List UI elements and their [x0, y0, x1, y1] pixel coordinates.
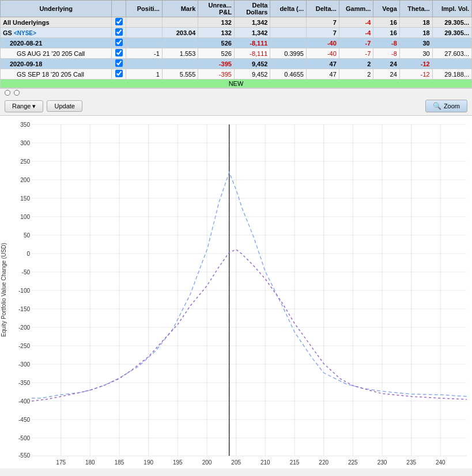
row-opt2-delta-pct: 0.4655 — [270, 69, 307, 80]
chart-section: 350 300 250 200 150 100 50 0 -50 -100 -1… — [0, 116, 472, 469]
row-date2-theta: -12 — [399, 59, 432, 69]
svg-text:-450: -450 — [18, 417, 30, 423]
row-opt1-position: -1 — [126, 48, 163, 59]
row-date2-vega: 24 — [373, 59, 399, 69]
update-button[interactable]: Update — [47, 100, 82, 112]
row-date1-theta: 30 — [399, 38, 432, 48]
row-all-gamma: -4 — [339, 17, 373, 28]
row-date2-position — [126, 59, 163, 69]
y-axis-title: Equity Portfolio Value Change (USD) — [1, 243, 7, 337]
table-row: 2020-09-18 -395 9,452 47 2 24 -12 — [1, 59, 472, 69]
new-row-label[interactable]: NEW — [1, 80, 472, 88]
svg-text:100: 100 — [20, 214, 30, 220]
row-date2-delta-pct — [270, 59, 307, 69]
row-gs-gamma: -4 — [339, 28, 373, 38]
circle-indicator-2 — [14, 90, 20, 96]
svg-text:-350: -350 — [18, 380, 30, 386]
row-gs-impl-vol: 29.305... — [432, 28, 471, 38]
row-opt2-mark: 5.555 — [162, 69, 198, 80]
row-date2-delta: 47 — [306, 59, 339, 69]
row-date2-check[interactable] — [112, 59, 126, 69]
row-opt2-theta: -12 — [399, 69, 432, 80]
row-date1-delta: -40 — [306, 38, 339, 48]
table-row: All Underlyings 132 1,342 7 -4 16 18 29.… — [1, 17, 472, 28]
row-gs-check[interactable] — [112, 28, 126, 38]
row-opt2-check[interactable] — [112, 69, 126, 80]
row-opt1-label: GS AUG 21 '20 205 Call — [1, 48, 112, 59]
chart-svg: 350 300 250 200 150 100 50 0 -50 -100 -1… — [0, 116, 472, 467]
svg-text:250: 250 — [20, 158, 30, 165]
row-date1-unrealized: 526 — [198, 38, 235, 48]
table-row-new[interactable]: NEW — [1, 80, 472, 88]
row-opt2-delta: 47 — [306, 69, 339, 80]
table-row: 2020-08-21 526 -8,111 -40 -7 -8 30 — [1, 38, 472, 48]
svg-text:300: 300 — [20, 140, 30, 146]
row-date2-unrealized: -395 — [198, 59, 235, 69]
svg-text:235: 235 — [406, 459, 416, 466]
row-gs-theta: 18 — [399, 28, 432, 38]
svg-text:185: 185 — [115, 459, 124, 466]
range-button[interactable]: Range ▾ — [5, 100, 43, 112]
row-date2-delta-dollars: 9,452 — [234, 59, 270, 69]
svg-text:0: 0 — [27, 251, 30, 257]
row-date2-gamma: 2 — [339, 59, 373, 69]
row-opt1-unrealized: 526 — [198, 48, 235, 59]
svg-text:215: 215 — [290, 459, 300, 466]
row-opt2-impl-vol: 29.188... — [432, 69, 471, 80]
row-opt1-theta: 30 — [399, 48, 432, 59]
row-opt1-delta: -40 — [306, 48, 339, 59]
row-all-vega: 16 — [373, 17, 399, 28]
svg-text:190: 190 — [144, 459, 153, 466]
col-header-delta: Delta... — [306, 1, 339, 17]
svg-text:195: 195 — [173, 459, 183, 466]
gs-ticker: GS — [3, 29, 12, 36]
row-all-impl-vol: 29.305... — [432, 17, 471, 28]
svg-text:180: 180 — [85, 459, 95, 466]
row-opt1-delta-dollars: -8,111 — [234, 48, 270, 59]
gs-exchange: <NYSE> — [14, 30, 36, 36]
row-all-unrealized: 132 — [198, 17, 235, 28]
row-gs-delta-dollars: 1,342 — [234, 28, 270, 38]
row-all-check[interactable] — [112, 17, 126, 28]
svg-text:150: 150 — [20, 195, 30, 202]
row-all-position — [126, 17, 163, 28]
row-opt1-impl-vol: 27.603... — [432, 48, 471, 59]
svg-text:175: 175 — [56, 459, 66, 466]
row-all-delta-dollars: 1,342 — [234, 17, 270, 28]
row-opt2-gamma: 2 — [339, 69, 373, 80]
row-date1-check[interactable] — [112, 38, 126, 48]
svg-text:220: 220 — [319, 459, 328, 466]
row-opt1-check[interactable] — [112, 48, 126, 59]
row-date1-vega: -8 — [373, 38, 399, 48]
row-all-delta-pct — [270, 17, 307, 28]
row-date1-gamma: -7 — [339, 38, 373, 48]
svg-text:350: 350 — [20, 122, 30, 128]
col-header-impl-vol: Impl. Vol. — [432, 1, 471, 17]
svg-text:-150: -150 — [18, 306, 30, 312]
row-all-label: All Underlyings — [1, 17, 112, 28]
svg-text:-400: -400 — [18, 398, 30, 405]
row-gs-delta: 7 — [306, 28, 339, 38]
row-opt2-vega: 24 — [373, 69, 399, 80]
row-opt2-position: 1 — [126, 69, 163, 80]
row-date2-label: 2020-09-18 — [1, 59, 112, 69]
svg-text:230: 230 — [377, 459, 387, 466]
row-gs-position — [126, 28, 163, 38]
col-header-position: Positi... — [126, 1, 163, 17]
row-opt1-vega: -8 — [373, 48, 399, 59]
zoom-label: Zoom — [444, 103, 460, 109]
row-date1-impl-vol — [432, 38, 471, 48]
svg-text:200: 200 — [20, 177, 30, 183]
col-header-vega: Vega — [373, 1, 399, 17]
zoom-button[interactable]: 🔍 Zoom — [425, 100, 467, 112]
col-header-delta-pct: delta (... — [270, 1, 307, 17]
svg-text:50: 50 — [24, 232, 31, 239]
row-date2-impl-vol — [432, 59, 471, 69]
svg-text:210: 210 — [260, 459, 270, 466]
row-opt1-mark: 1.553 — [162, 48, 198, 59]
table-row: GS <NYSE> 203.04 132 1,342 7 -4 16 18 29… — [1, 28, 472, 38]
row-gs-label: GS <NYSE> — [1, 28, 112, 38]
row-gs-delta-pct — [270, 28, 307, 38]
circle-indicator-1 — [5, 90, 10, 96]
row-date1-label: 2020-08-21 — [1, 38, 112, 48]
